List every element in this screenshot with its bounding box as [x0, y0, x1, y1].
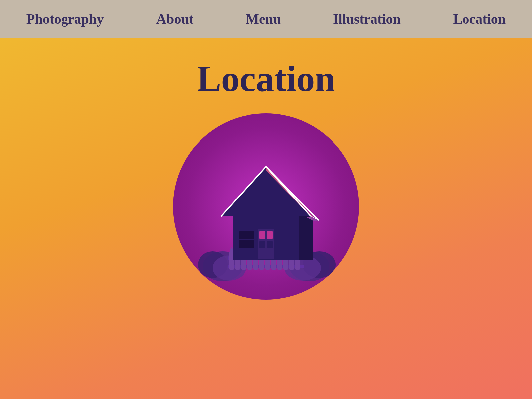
svg-rect-41 — [259, 241, 265, 248]
house-illustration — [196, 147, 336, 290]
svg-rect-37 — [239, 239, 254, 240]
page-title: Location — [197, 58, 335, 100]
svg-rect-39 — [259, 231, 265, 239]
svg-marker-33 — [299, 216, 313, 260]
svg-rect-40 — [267, 231, 273, 239]
illustration-circle — [173, 113, 359, 300]
svg-marker-43 — [221, 167, 311, 216]
main-content: Location — [0, 38, 532, 399]
nav-item-location[interactable]: Location — [453, 11, 506, 27]
nav-item-illustration[interactable]: Illustration — [333, 11, 401, 27]
navbar: Photography About Menu Illustration Loca… — [0, 0, 532, 38]
svg-rect-42 — [267, 241, 273, 248]
nav-item-about[interactable]: About — [156, 11, 194, 27]
nav-item-menu[interactable]: Menu — [246, 11, 281, 27]
nav-item-photography[interactable]: Photography — [26, 11, 104, 27]
